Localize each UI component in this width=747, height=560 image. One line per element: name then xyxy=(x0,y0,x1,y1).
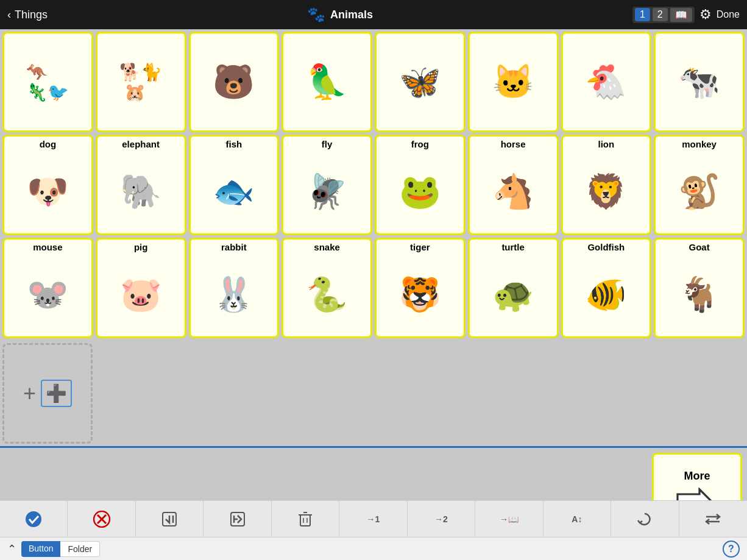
add-card-area: + ➕ xyxy=(0,341,747,446)
animal-card-animals-group[interactable]: 🦘🦎🐦 xyxy=(2,32,93,132)
animal-label-horse: horse xyxy=(501,139,526,149)
animal-card-bird[interactable]: 🦜 xyxy=(281,32,372,132)
animal-card-butterfly[interactable]: 🦋 xyxy=(375,32,466,132)
animal-card-lion[interactable]: lion 🦁 xyxy=(561,135,652,235)
animal-card-bear[interactable]: 🐻 xyxy=(189,32,280,132)
more-area: More 2 xyxy=(0,448,747,500)
animal-img-cow: 🐄 xyxy=(678,36,720,128)
animal-img-animals-group: 🦘🦎🐦 xyxy=(26,36,69,128)
to-book-button[interactable]: →📖 xyxy=(490,509,528,529)
animal-label-dog: dog xyxy=(40,139,57,149)
toolbar-group-import xyxy=(136,501,204,537)
page-title: Animals xyxy=(330,9,373,21)
animal-card-frog[interactable]: frog 🐸 xyxy=(375,135,466,235)
animal-card-monkey[interactable]: monkey 🐒 xyxy=(654,135,745,235)
animal-img-butterfly: 🦋 xyxy=(399,36,441,128)
back-button[interactable]: ‹ Things xyxy=(7,9,48,21)
svg-marker-0 xyxy=(678,489,719,500)
back-label: Things xyxy=(15,9,48,21)
animal-card-fish[interactable]: fish 🐟 xyxy=(189,135,280,235)
more-arrow-icon: 2 xyxy=(673,487,721,500)
animal-card-snake[interactable]: snake 🐍 xyxy=(281,238,372,338)
animal-card-pig[interactable]: pig 🐷 xyxy=(96,238,186,338)
more-button[interactable]: More 2 xyxy=(652,453,742,500)
animal-label-elephant: elephant xyxy=(122,139,160,149)
help-button[interactable]: ? xyxy=(723,541,740,558)
chevron-up-icon[interactable]: ⌃ xyxy=(7,542,16,556)
animal-img-monkey: 🐒 xyxy=(678,152,720,231)
animal-card-chicken[interactable]: 🐔 xyxy=(561,32,652,132)
page-book-icon[interactable]: 📖 xyxy=(670,8,692,22)
svg-point-2 xyxy=(26,511,41,527)
import-button[interactable] xyxy=(151,506,188,533)
swap-icon xyxy=(704,512,721,526)
animal-card-dog[interactable]: dog 🐶 xyxy=(2,135,93,235)
animal-card-mouse[interactable]: mouse 🐭 xyxy=(2,238,93,338)
sort-button[interactable]: A↕ xyxy=(562,509,592,529)
animal-card-cow[interactable]: 🐄 xyxy=(654,32,745,132)
animal-img-dog: 🐶 xyxy=(27,152,69,231)
animal-label-fly: fly xyxy=(322,139,333,149)
done-button[interactable]: Done xyxy=(717,9,740,20)
animal-img-snake: 🐍 xyxy=(306,255,348,334)
animal-label-pig: pig xyxy=(134,242,148,252)
animal-img-pets-group: 🐕🐈 🐹 xyxy=(119,36,162,128)
settings-button[interactable]: ⚙ xyxy=(699,7,712,23)
page-indicator: 1 2 📖 xyxy=(632,7,695,23)
animal-card-tiger[interactable]: tiger 🐯 xyxy=(375,238,466,338)
animal-img-horse: 🐴 xyxy=(492,152,534,231)
swap-button[interactable] xyxy=(695,508,731,531)
animal-card-goldfish[interactable]: Goldfish 🐠 xyxy=(561,238,652,338)
animal-img-fish: 🐟 xyxy=(213,152,255,231)
import-icon xyxy=(161,511,178,528)
add-box-icon: ➕ xyxy=(41,380,72,407)
toolbar-group-delete xyxy=(272,501,339,537)
refresh-button[interactable] xyxy=(626,506,663,533)
toolbar-group-to-page1: →1 xyxy=(339,501,407,537)
animal-img-elephant: 🐘 xyxy=(120,152,162,231)
animal-img-cat: 🐱 xyxy=(492,36,534,128)
header-center: 🐾 Animals xyxy=(307,6,373,23)
animal-card-pets-group[interactable]: 🐕🐈 🐹 xyxy=(96,32,186,132)
animal-card-cat[interactable]: 🐱 xyxy=(468,32,559,132)
animal-label-goldfish: Goldfish xyxy=(587,242,625,252)
animal-img-mouse: 🐭 xyxy=(27,255,69,334)
animal-label-tiger: tiger xyxy=(410,242,430,252)
animal-card-elephant[interactable]: elephant 🐘 xyxy=(96,135,186,235)
toolbar-group-refresh xyxy=(611,501,679,537)
toolbar-group-to-page2: →2 xyxy=(408,501,475,537)
animal-img-pig: 🐷 xyxy=(120,255,162,334)
delete-button[interactable] xyxy=(288,506,323,533)
animal-grid: 🦘🦎🐦 🐕🐈 🐹 🐻 🦜 🦋 🐱 xyxy=(0,29,747,341)
animal-label-goat: Goat xyxy=(689,242,710,252)
toolbar-group-to-book: →📖 xyxy=(475,501,543,537)
animal-card-goat[interactable]: Goat 🐐 xyxy=(654,238,745,338)
animal-img-tiger: 🐯 xyxy=(399,255,441,334)
cancel-button[interactable] xyxy=(83,506,120,533)
page-1-indicator[interactable]: 1 xyxy=(635,8,650,21)
animal-label-mouse: mouse xyxy=(33,242,62,252)
button-folder-tabs: Button Folder xyxy=(21,541,100,557)
button-tab[interactable]: Button xyxy=(21,541,60,557)
add-new-card-button[interactable]: + ➕ xyxy=(2,343,93,444)
animal-img-turtle: 🐢 xyxy=(492,255,534,334)
to-page1-button[interactable]: →1 xyxy=(357,509,390,529)
toolbar-group-check xyxy=(0,501,68,537)
add-card-inner: + ➕ xyxy=(23,380,72,407)
animal-card-fly[interactable]: fly 🪰 xyxy=(281,135,372,235)
page-2-indicator[interactable]: 2 xyxy=(653,8,668,21)
back-arrow-icon: ‹ xyxy=(7,9,11,21)
check-button[interactable] xyxy=(15,506,52,533)
bottom-toolbar: →1 →2 →📖 A↕ xyxy=(0,500,747,537)
animal-card-horse[interactable]: horse 🐴 xyxy=(468,135,559,235)
animal-card-turtle[interactable]: turtle 🐢 xyxy=(468,238,559,338)
bottom-status-bar: ⌃ Button Folder ? xyxy=(0,537,747,560)
svg-rect-11 xyxy=(300,515,310,526)
to-page2-button[interactable]: →2 xyxy=(425,509,458,529)
animal-img-chicken: 🐔 xyxy=(585,36,627,128)
animal-label-snake: snake xyxy=(314,242,340,252)
animal-card-rabbit[interactable]: rabbit 🐰 xyxy=(189,238,280,338)
header: ‹ Things 🐾 Animals 1 2 📖 ⚙ Done xyxy=(0,0,747,29)
export-button[interactable] xyxy=(219,506,256,533)
folder-tab[interactable]: Folder xyxy=(60,541,100,557)
